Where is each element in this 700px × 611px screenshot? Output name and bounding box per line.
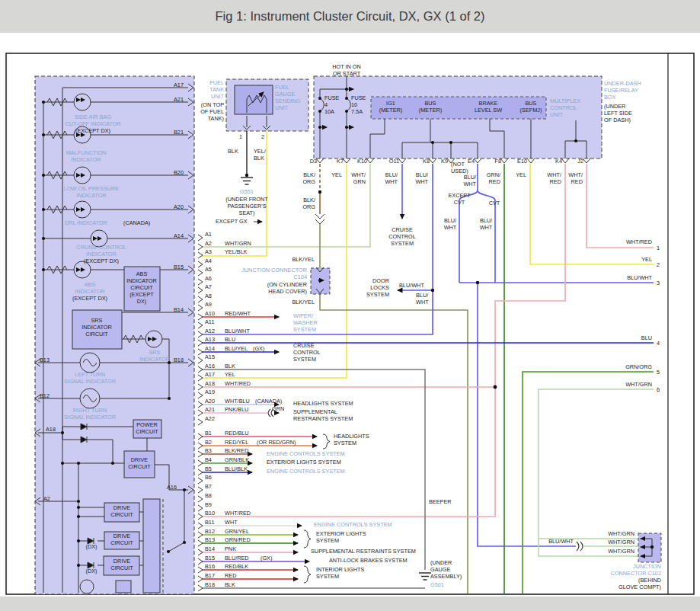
drive-circuit-box-3 xyxy=(104,532,139,549)
wiring-diagram xyxy=(0,0,700,611)
abs-indicator-circuit-box xyxy=(124,267,160,311)
srs-indicator-circuit-box xyxy=(72,310,122,349)
under-dash-fuse-relay-box xyxy=(314,76,602,163)
bottom-gauge-symbol xyxy=(80,580,94,593)
instrument-cluster-panel xyxy=(35,76,194,594)
cluster-subassembly-box xyxy=(143,499,160,593)
drive-circuit-box-2 xyxy=(104,503,139,522)
drive-circuit-box-4 xyxy=(104,556,139,575)
g551-ground-dot xyxy=(245,174,248,177)
fuel-tank-unit xyxy=(226,79,308,131)
figure-page: Fig 1: Instrument Cluster Circuit, DX, G… xyxy=(0,0,700,611)
drive-circuit-box-1 xyxy=(124,451,155,478)
multiplex-control-unit-box xyxy=(371,97,546,119)
power-circuit-box xyxy=(133,420,161,438)
bottom-bar xyxy=(0,597,700,611)
